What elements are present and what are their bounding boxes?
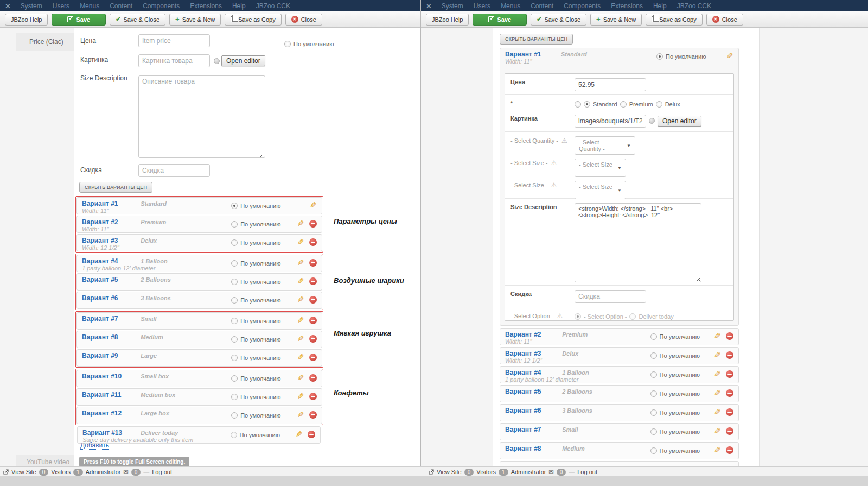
- default-radio[interactable]: [284, 41, 291, 47]
- delete-icon[interactable]: [726, 408, 733, 416]
- delete-icon[interactable]: [309, 238, 317, 246]
- edit-pencil-icon[interactable]: ✎: [297, 393, 304, 400]
- default-radio-group[interactable]: По умолчанию: [650, 409, 700, 416]
- nav-help[interactable]: Help: [653, 2, 667, 10]
- option-radio-deliver[interactable]: [629, 313, 636, 320]
- default-radio-group[interactable]: По умолчанию: [650, 333, 700, 340]
- delete-icon[interactable]: [726, 351, 733, 359]
- delete-icon[interactable]: [309, 277, 317, 285]
- size-description-textarea[interactable]: [138, 75, 265, 158]
- edit-pencil-icon[interactable]: ✎: [714, 351, 721, 359]
- variant-title-link[interactable]: Вариант #4: [505, 369, 541, 376]
- variant-title-link[interactable]: Вариант #3: [505, 350, 541, 357]
- edit-pencil-icon[interactable]: ✎: [714, 389, 721, 397]
- edit-pencil-icon[interactable]: ✎: [297, 335, 304, 343]
- default-radio-group[interactable]: По умолчанию: [231, 412, 280, 419]
- nav-components[interactable]: Components: [143, 2, 180, 10]
- delete-icon[interactable]: [726, 446, 733, 454]
- view-site-link[interactable]: View Site: [11, 469, 36, 475]
- save-copy-button[interactable]: Save as Copy: [646, 14, 702, 26]
- default-radio[interactable]: [231, 336, 238, 343]
- default-radio[interactable]: [650, 409, 657, 416]
- delete-icon[interactable]: [309, 393, 317, 400]
- default-radio[interactable]: [231, 355, 238, 361]
- default-radio[interactable]: [231, 375, 238, 382]
- default-radio-group[interactable]: По умолчанию: [231, 375, 280, 382]
- edit-pencil-icon[interactable]: ✎: [297, 277, 304, 285]
- quantity-select[interactable]: - Select Quantity -▼: [575, 136, 635, 155]
- nav-menus[interactable]: Menus: [501, 2, 520, 10]
- default-radio[interactable]: [650, 390, 657, 397]
- delete-icon[interactable]: [308, 431, 315, 438]
- save-new-button[interactable]: +Save & New: [590, 14, 642, 26]
- delete-icon[interactable]: [309, 296, 317, 304]
- type-radio-group[interactable]: Standard Premium Delux: [575, 101, 680, 108]
- variant-title-link[interactable]: Вариант #8: [82, 333, 118, 341]
- default-radio-group[interactable]: По умолчанию: [231, 221, 280, 228]
- default-radio[interactable]: [650, 371, 657, 378]
- type-radio-none[interactable]: [575, 101, 581, 108]
- variant-title-link[interactable]: Вариант #10: [82, 373, 122, 380]
- administrator-link[interactable]: Administrator: [511, 469, 546, 475]
- default-radio[interactable]: [650, 447, 657, 454]
- nav-users[interactable]: Users: [474, 2, 490, 10]
- clear-image-icon[interactable]: [214, 58, 220, 64]
- delete-icon[interactable]: [309, 259, 317, 267]
- size-select[interactable]: - Select Size -▼: [575, 159, 626, 177]
- default-radio-group[interactable]: По умолчанию: [231, 432, 280, 438]
- size-select[interactable]: - Select Size -▼: [575, 181, 626, 199]
- delete-icon[interactable]: [309, 317, 317, 324]
- delete-icon[interactable]: [726, 427, 733, 435]
- type-radio-delux[interactable]: [656, 101, 662, 108]
- default-radio-group[interactable]: По умолчанию: [231, 279, 280, 285]
- edit-pencil-icon[interactable]: ✎: [726, 52, 733, 60]
- default-radio[interactable]: [231, 394, 238, 400]
- type-radio-premium[interactable]: [620, 101, 627, 108]
- edit-pencil-icon[interactable]: ✎: [714, 427, 721, 435]
- edit-pencil-icon[interactable]: ✎: [297, 411, 304, 419]
- sidebar-item-price[interactable]: Price (Clac): [16, 33, 74, 51]
- open-editor-button[interactable]: Open editor: [221, 55, 265, 66]
- default-radio-group[interactable]: По умолчанию: [284, 41, 334, 47]
- option-radio-group[interactable]: - Select Option - Deliver today: [575, 313, 674, 320]
- nav-content[interactable]: Content: [531, 2, 553, 10]
- default-radio[interactable]: [231, 432, 237, 438]
- edit-pencil-icon[interactable]: ✎: [714, 446, 721, 454]
- default-radio-group[interactable]: По умолчанию: [650, 371, 700, 378]
- image-input[interactable]: [138, 54, 210, 67]
- variant-title-link[interactable]: Вариант #3: [82, 237, 118, 244]
- delete-icon[interactable]: [309, 335, 317, 343]
- messages-icon[interactable]: ✉: [123, 469, 128, 476]
- default-radio-group[interactable]: По умолчанию: [231, 355, 280, 361]
- variant-title-link[interactable]: Вариант #8: [505, 445, 541, 452]
- variant-title-link[interactable]: Вариант #1: [505, 51, 541, 58]
- jbzoo-help-button[interactable]: JBZoo Help: [426, 14, 469, 26]
- logout-link[interactable]: Log out: [152, 469, 172, 475]
- nav-extensions[interactable]: Extensions: [190, 2, 222, 10]
- default-radio-group[interactable]: По умолчанию: [231, 239, 280, 246]
- default-radio[interactable]: [650, 428, 657, 435]
- edit-pencil-icon[interactable]: ✎: [297, 354, 304, 361]
- joomla-logo-icon[interactable]: ×: [426, 1, 431, 11]
- variant-title-link[interactable]: Вариант #5: [82, 276, 118, 283]
- edit-pencil-icon[interactable]: ✎: [297, 220, 304, 228]
- open-editor-button[interactable]: Open editor: [658, 116, 701, 127]
- nav-users[interactable]: Users: [53, 2, 69, 10]
- nav-menus[interactable]: Menus: [80, 2, 99, 10]
- variant-title-link[interactable]: Вариант #11: [82, 391, 122, 399]
- nav-components[interactable]: Components: [564, 2, 601, 10]
- edit-pencil-icon[interactable]: ✎: [297, 374, 304, 382]
- default-radio-group[interactable]: По умолчанию: [231, 297, 280, 304]
- variant-title-link[interactable]: Вариант #7: [82, 315, 118, 323]
- default-radio[interactable]: [656, 53, 663, 60]
- save-new-button[interactable]: +Save & New: [169, 14, 221, 26]
- default-radio-group[interactable]: По умолчанию: [650, 352, 700, 359]
- close-button[interactable]: Close: [706, 14, 743, 26]
- edit-pencil-icon[interactable]: ✎: [310, 201, 317, 209]
- edit-pencil-icon[interactable]: ✎: [296, 431, 303, 438]
- nav-extensions[interactable]: Extensions: [611, 2, 643, 10]
- edit-pencil-icon[interactable]: ✎: [297, 259, 304, 267]
- default-radio-group[interactable]: По умолчанию: [231, 318, 280, 324]
- nav-system[interactable]: System: [442, 2, 463, 10]
- default-radio-group[interactable]: По умолчанию: [231, 260, 280, 267]
